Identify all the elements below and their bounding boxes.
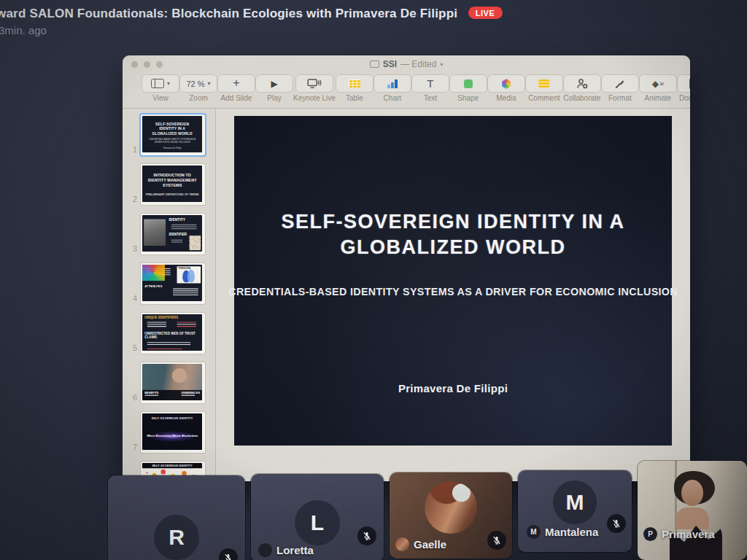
zoom-button[interactable]: 72 %▾ Zoom bbox=[179, 74, 217, 102]
format-brush-icon bbox=[614, 78, 625, 89]
document-name: SSI bbox=[383, 59, 397, 69]
slide-number: 1 bbox=[127, 145, 137, 155]
slide-thumbnail-1[interactable]: SELF-SOVEREIGN IDENTITY IN A GLOBALIZED … bbox=[141, 114, 205, 155]
table-button-face bbox=[336, 74, 374, 93]
network-diagram bbox=[147, 472, 148, 473]
thumb1-author: Primavera De Filippi bbox=[142, 147, 202, 149]
slide-thumbnail-6[interactable]: BENEFITS DRAWBACKS bbox=[141, 362, 205, 403]
view-label: View bbox=[152, 94, 169, 102]
view-button-face: ▾ bbox=[142, 74, 179, 93]
play-icon: ▶ bbox=[271, 79, 277, 88]
attributes-image bbox=[142, 265, 165, 281]
navigator-row: 6 BENEFITS DRAWBACKS bbox=[127, 362, 215, 403]
play-button-face: ▶ bbox=[255, 74, 293, 93]
mini-avatar-initial: P bbox=[648, 530, 653, 538]
slide-thumbnail-5[interactable]: UNIQUE IDENTIFIERS UNRESTRICTED WEB OF T… bbox=[141, 313, 205, 354]
document-button[interactable]: Document bbox=[677, 74, 690, 102]
comment-button-face bbox=[525, 74, 563, 93]
navigator-row: 5 UNIQUE IDENTIFIERS UNRESTRICTED WEB OF… bbox=[127, 313, 215, 354]
collaborate-button[interactable]: Collaborate bbox=[563, 74, 601, 102]
thumb7-art: SELF-SOVEREIGN IDENTITY When Biometrics … bbox=[142, 417, 202, 450]
media-button[interactable]: Media bbox=[487, 74, 525, 102]
participant-name: Gaelle bbox=[395, 537, 446, 551]
slide-number: 6 bbox=[127, 393, 137, 403]
participant-name: P Primavera bbox=[643, 527, 715, 541]
keynote-live-icon bbox=[307, 78, 322, 89]
keynote-live-button[interactable]: Keynote Live bbox=[293, 74, 336, 102]
comment-button[interactable]: Comment bbox=[525, 74, 563, 102]
media-icon bbox=[500, 78, 512, 90]
add-slide-button[interactable]: + Add Slide bbox=[217, 74, 255, 102]
play-button[interactable]: ▶ Play bbox=[255, 74, 293, 102]
view-icon bbox=[151, 79, 164, 88]
slide-navigator: 1 SELF-SOVEREIGN IDENTITY IN A GLOBALIZE… bbox=[123, 109, 216, 481]
slide-title-textbox[interactable]: SELF-SOVEREIGN IDENTITY IN A GLOBALIZED … bbox=[263, 209, 643, 260]
navigator-row: 7 SELF-SOVEREIGN IDENTITY When Biometric… bbox=[127, 412, 215, 453]
avatar: R bbox=[154, 515, 199, 560]
animate-button[interactable]: ◆» Animate bbox=[639, 74, 677, 102]
participant-tile-gaelle[interactable]: Gaelle bbox=[390, 472, 512, 559]
window-body: 1 SELF-SOVEREIGN IDENTITY IN A GLOBALIZE… bbox=[123, 109, 690, 481]
silhouette bbox=[187, 270, 195, 283]
avatar: L bbox=[295, 500, 340, 545]
slide-subtitle-textbox[interactable]: CREDENTIALS-BASED IDENTITY SYSTEMS AS A … bbox=[228, 285, 678, 298]
plus-icon: + bbox=[233, 77, 239, 89]
slide-number: 4 bbox=[127, 294, 137, 304]
thumb5-heading1: UNIQUE IDENTIFIERS bbox=[144, 316, 178, 319]
thumb4-heading2: PERSONA bbox=[179, 267, 190, 269]
participant-tile-loretta[interactable]: L Loretta bbox=[251, 474, 384, 560]
table-button[interactable]: Table bbox=[336, 74, 374, 102]
zoom-button-face: 72 %▾ bbox=[179, 74, 217, 93]
chevron-down-icon: ▾ bbox=[208, 80, 211, 87]
zoom-label: Zoom bbox=[189, 94, 208, 102]
avatar-photo bbox=[425, 481, 477, 534]
chart-button[interactable]: Chart bbox=[374, 74, 411, 102]
slide-thumbnail-2[interactable]: INTRODUCTION TO IDENTITY MANAGEMENT SYST… bbox=[141, 164, 205, 205]
slide-thumbnail-3[interactable]: IDENTITY IDENTIFIER bbox=[141, 214, 205, 254]
thumb1-subtitle: CREDENTIALS-BASED IDENTITY SYSTEMS AS A … bbox=[145, 138, 198, 143]
slide-thumbnail-4[interactable]: PERSONA ATTRIBUTES bbox=[141, 263, 205, 304]
participant-name-text: Primavera bbox=[662, 528, 715, 540]
format-button[interactable]: Format bbox=[601, 74, 639, 102]
chart-icon bbox=[387, 79, 398, 88]
close-button[interactable] bbox=[131, 61, 138, 68]
minimize-button[interactable] bbox=[144, 61, 150, 68]
document-button-face bbox=[677, 74, 690, 93]
screen-share-icon bbox=[370, 61, 379, 68]
add-slide-label: Add Slide bbox=[221, 94, 252, 102]
participant-tile-mantalena[interactable]: M M Mantalena bbox=[518, 470, 632, 552]
thumb2-title: INTRODUCTION TO IDENTITY MANAGEMENT SYST… bbox=[147, 173, 198, 188]
mic-muted-icon bbox=[487, 531, 506, 550]
avatar-initial: M bbox=[566, 490, 584, 515]
slide-thumbnail-7[interactable]: SELF-SOVEREIGN IDENTITY When Biometrics … bbox=[141, 412, 205, 453]
live-badge: LIVE bbox=[468, 7, 503, 19]
text-button[interactable]: T Text bbox=[411, 74, 449, 102]
chevron-down-icon[interactable]: ▾ bbox=[440, 61, 443, 68]
thumb5-art: UNIQUE IDENTIFIERS UNRESTRICTED WEB OF T… bbox=[142, 314, 202, 351]
chevron-down-icon: ▾ bbox=[167, 80, 170, 87]
video-person-face bbox=[681, 480, 703, 506]
current-slide[interactable]: SELF-SOVEREIGN IDENTITY IN A GLOBALIZED … bbox=[234, 116, 672, 446]
thumb8-title: SELF-SOVEREIGN IDENTITY bbox=[152, 464, 192, 467]
navigator-row: 1 SELF-SOVEREIGN IDENTITY IN A GLOBALIZE… bbox=[127, 114, 215, 155]
avatar-initial: R bbox=[169, 525, 185, 550]
participant-tile-primavera[interactable]: P Primavera bbox=[638, 461, 747, 560]
zoom-window-button[interactable] bbox=[156, 61, 163, 68]
view-button[interactable]: ▾ View bbox=[142, 74, 179, 102]
mini-avatar-initial: M bbox=[530, 528, 536, 536]
format-button-face bbox=[601, 74, 639, 93]
media-label: Media bbox=[496, 94, 516, 102]
navigator-row: 2 INTRODUCTION TO IDENTITY MANAGEMENT SY… bbox=[127, 164, 215, 205]
shape-button[interactable]: Shape bbox=[449, 74, 487, 102]
comment-icon bbox=[538, 79, 549, 88]
slide-number: 3 bbox=[127, 244, 137, 254]
participant-name-text: Mantalena bbox=[545, 526, 598, 538]
participant-tile-r[interactable]: R bbox=[108, 475, 245, 560]
animate-label: Animate bbox=[644, 94, 671, 102]
thumb3-heading2: IDENTIFIER bbox=[169, 233, 187, 236]
zoom-value: 72 % bbox=[186, 79, 204, 88]
thumb2-art: INTRODUCTION TO IDENTITY MANAGEMENT SYST… bbox=[142, 173, 202, 202]
slide-author-textbox[interactable]: Primavera De Filippi bbox=[398, 382, 508, 394]
text-icon: T bbox=[427, 78, 433, 89]
thumb1-title: SELF-SOVEREIGN IDENTITY IN A GLOBALIZED … bbox=[148, 122, 197, 136]
